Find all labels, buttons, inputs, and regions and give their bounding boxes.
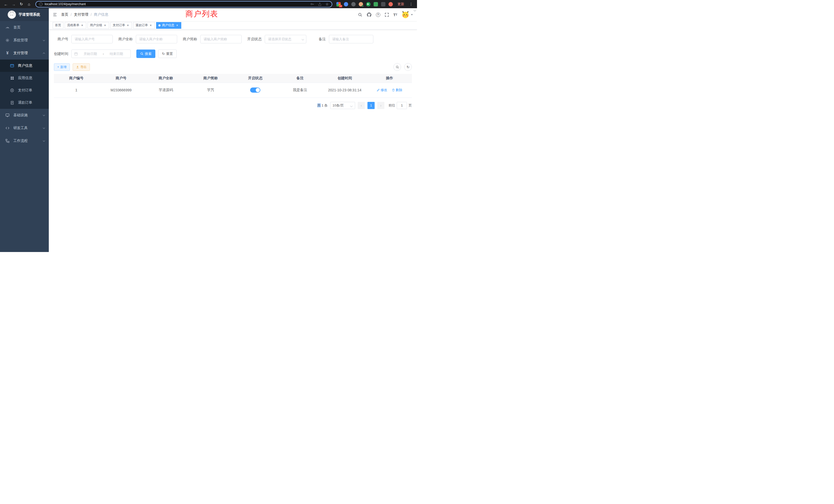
search-icon[interactable] bbox=[358, 13, 362, 17]
calendar-icon bbox=[74, 52, 78, 56]
gear-icon bbox=[5, 38, 10, 42]
code-icon bbox=[5, 126, 10, 130]
page-number-button[interactable]: 1 bbox=[368, 102, 375, 109]
close-icon[interactable]: × bbox=[103, 24, 107, 27]
cell-remark: 我是备注 bbox=[278, 83, 322, 97]
range-separator: - bbox=[103, 52, 104, 56]
close-icon[interactable]: × bbox=[149, 24, 153, 27]
remark-input[interactable] bbox=[329, 35, 373, 43]
tab-pay-order[interactable]: 支付订单× bbox=[110, 22, 132, 29]
close-icon[interactable]: × bbox=[126, 24, 130, 27]
goto-page-input[interactable] bbox=[397, 102, 407, 109]
tab-user-group[interactable]: 用户分组× bbox=[88, 22, 109, 29]
edit-button[interactable]: 修改 bbox=[377, 88, 387, 92]
prev-page-button[interactable]: ‹ bbox=[358, 102, 365, 109]
browser-reload-button[interactable]: ↻ bbox=[18, 1, 25, 7]
sidebar-item-home[interactable]: 首页 bbox=[0, 21, 49, 34]
merchant-no-input[interactable] bbox=[71, 35, 113, 43]
extension-badge: 10 bbox=[339, 5, 342, 7]
status-select-input[interactable] bbox=[265, 35, 306, 43]
address-bar[interactable]: i localhost:1024/pay/merchant ☆ bbox=[36, 1, 332, 7]
browser-back-button[interactable]: ← bbox=[3, 1, 9, 7]
cell-create-time: 2021-10-23 08:31:14 bbox=[323, 83, 367, 97]
tab-refund-order[interactable]: 退款订单× bbox=[133, 22, 155, 29]
fullscreen-icon[interactable] bbox=[385, 13, 389, 17]
bookmark-star-icon[interactable]: ☆ bbox=[325, 2, 329, 6]
short-name-input[interactable] bbox=[200, 35, 242, 43]
full-name-label: 商户全称 bbox=[118, 37, 133, 42]
user-menu[interactable] bbox=[401, 11, 413, 19]
font-size-icon[interactable]: TT bbox=[393, 13, 397, 17]
toggle-search-button[interactable] bbox=[393, 63, 401, 71]
close-icon[interactable]: × bbox=[175, 24, 179, 27]
tab-home[interactable]: 首页 bbox=[53, 22, 63, 29]
sidebar-item-pay-order[interactable]: 支付订单 bbox=[0, 84, 49, 96]
extension-icon-green-square[interactable] bbox=[374, 2, 378, 6]
trash-icon bbox=[392, 89, 395, 92]
cell-merchant-id: 1 bbox=[54, 83, 98, 97]
reset-button[interactable]: ↻ 重置 bbox=[158, 49, 177, 58]
next-page-button[interactable]: › bbox=[377, 102, 385, 109]
extension-icon-avatar[interactable] bbox=[359, 2, 363, 6]
browser-forward-button[interactable]: → bbox=[10, 1, 17, 7]
extension-icon-green-play[interactable] bbox=[366, 2, 371, 6]
browser-menu-icon[interactable]: ⋮ bbox=[409, 2, 413, 6]
create-time-range-picker[interactable]: 开始日期 - 结束日期 bbox=[71, 49, 131, 58]
app-logo[interactable]: 芋道管理系统 bbox=[0, 8, 49, 21]
full-name-input[interactable] bbox=[136, 35, 177, 43]
browser-update-button[interactable]: 更新 bbox=[396, 1, 406, 7]
merchant-table: 商户编号 商户号 商户全称 商户简称 开启状态 备注 创建时间 操作 1 M23… bbox=[54, 74, 412, 98]
sidebar-item-infrastructure[interactable]: 基础设施 bbox=[0, 109, 49, 122]
short-name-label: 商户简称 bbox=[183, 37, 197, 42]
share-icon[interactable] bbox=[318, 2, 322, 6]
tab-process-form[interactable]: 流程表单× bbox=[65, 22, 86, 29]
goto-label: 前往 bbox=[389, 103, 395, 108]
status-toggle[interactable] bbox=[250, 88, 260, 93]
create-time-label: 创建时间 bbox=[54, 51, 68, 56]
export-button[interactable]: 导出 bbox=[73, 63, 90, 71]
merchant-no-label: 商户号 bbox=[54, 37, 68, 42]
breadcrumb-home[interactable]: 首页 bbox=[61, 12, 68, 17]
sidebar-item-label: 基础设施 bbox=[13, 113, 42, 117]
status-select[interactable] bbox=[265, 35, 306, 43]
sidebar-item-workflow[interactable]: 工作流程 bbox=[0, 135, 49, 147]
sidebar-item-payment[interactable]: ¥ 支付管理 bbox=[0, 47, 49, 60]
app-logo-avatar bbox=[8, 10, 16, 19]
password-key-icon[interactable] bbox=[310, 2, 314, 6]
breadcrumb-payment[interactable]: 支付管理 bbox=[74, 12, 88, 17]
sidebar-item-devtools[interactable]: 研发工具 bbox=[0, 122, 49, 135]
close-icon[interactable]: × bbox=[80, 24, 84, 27]
add-button[interactable]: + 新增 bbox=[54, 63, 70, 71]
sidebar-item-merchant-info[interactable]: 商户信息 bbox=[0, 60, 49, 72]
chevron-down-icon bbox=[43, 39, 45, 41]
sidebar-item-system[interactable]: 系统管理 bbox=[0, 34, 49, 47]
target-icon bbox=[9, 88, 15, 92]
extension-icon-blue[interactable] bbox=[344, 2, 348, 6]
sidebar-item-app-info[interactable]: 应用信息 bbox=[0, 72, 49, 84]
sidebar-item-label: 支付管理 bbox=[13, 51, 42, 55]
sidebar-item-label: 商户信息 bbox=[18, 63, 45, 68]
tab-merchant-info[interactable]: 商户信息× bbox=[156, 22, 181, 29]
extension-icon-dark[interactable] bbox=[351, 2, 356, 6]
chevron-down-icon bbox=[43, 114, 45, 116]
extension-icon-orange[interactable] bbox=[389, 2, 393, 6]
browser-extensions-area: 10 更新 ⋮ bbox=[335, 1, 414, 7]
search-button[interactable]: 搜索 bbox=[136, 49, 155, 58]
extension-icon-pin[interactable] bbox=[381, 2, 386, 6]
sidebar-item-refund-order[interactable]: 退款订单 bbox=[0, 96, 49, 109]
refresh-icon: ↻ bbox=[407, 65, 410, 69]
extension-icon-grid[interactable]: 10 bbox=[336, 2, 341, 6]
cell-actions: 修改 删除 bbox=[367, 83, 412, 97]
page-size-select[interactable]: 10条/页 bbox=[330, 102, 355, 109]
tags-view: 首页 流程表单× 用户分组× 支付订单× 退款订单× 商户信息× bbox=[49, 21, 417, 30]
site-info-icon[interactable]: i bbox=[39, 2, 43, 6]
refresh-table-button[interactable]: ↻ bbox=[404, 63, 412, 71]
help-icon[interactable]: ? bbox=[376, 13, 380, 17]
github-icon[interactable] bbox=[367, 12, 372, 17]
remark-label: 备注 bbox=[319, 37, 326, 42]
sidebar-toggle-button[interactable] bbox=[49, 8, 61, 21]
pagination-total: 共 1 条 bbox=[317, 103, 328, 108]
sidebar-item-label: 支付订单 bbox=[18, 88, 45, 93]
browser-home-button[interactable]: ⌂ bbox=[26, 1, 32, 7]
delete-button[interactable]: 删除 bbox=[392, 88, 402, 92]
